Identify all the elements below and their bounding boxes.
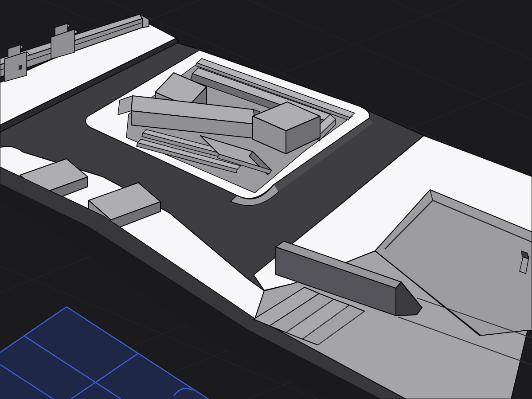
support-a-hole <box>19 65 22 70</box>
3d-viewport[interactable] <box>0 0 532 399</box>
3d-viewport-canvas[interactable] <box>0 0 532 399</box>
